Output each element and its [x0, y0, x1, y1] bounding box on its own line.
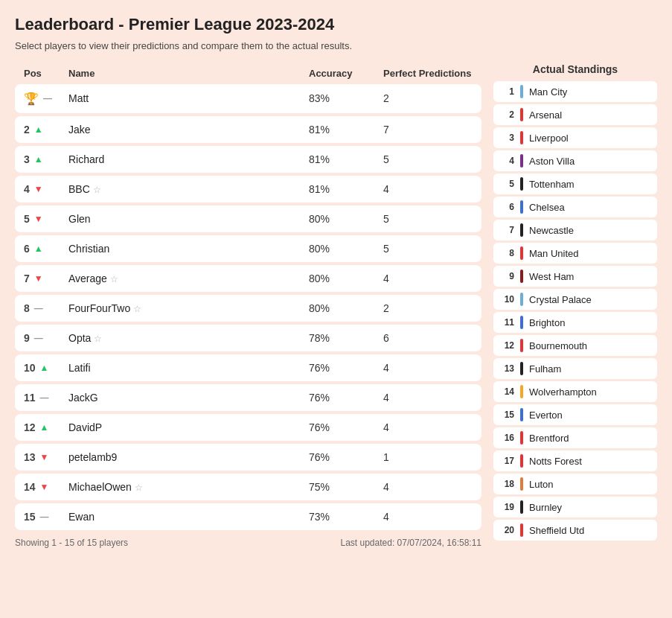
perfect-value: 4 [383, 183, 473, 195]
team-color-bar [520, 131, 523, 144]
trend-arrow: — [34, 303, 43, 313]
team-name: Fulham [529, 363, 561, 375]
player-name: Ewan [68, 511, 309, 523]
accuracy-value: 75% [309, 481, 383, 493]
standing-position: 5 [501, 179, 514, 189]
accuracy-value: 81% [309, 183, 383, 195]
player-name: petelamb9 [68, 451, 309, 463]
standing-position: 18 [501, 479, 514, 489]
standing-position: 8 [501, 248, 514, 258]
team-color-bar [520, 154, 523, 168]
standing-row: 1Man City [493, 81, 657, 102]
standings-title: Actual Standings [493, 63, 657, 75]
table-row[interactable]: 5▼Glen80%5 [15, 206, 481, 232]
team-color-bar [520, 408, 523, 421]
player-name: Glen [68, 213, 309, 225]
table-row[interactable]: 11—JackG76%4 [15, 384, 481, 411]
perfect-value: 6 [383, 332, 473, 344]
standing-position: 3 [501, 133, 514, 143]
table-row[interactable]: 9—Opta☆78%6 [15, 325, 481, 351]
standing-row: 7Newcastle [493, 220, 657, 240]
col-pos: Pos [24, 68, 68, 80]
subtitle: Select players to view their predictions… [15, 40, 657, 51]
standing-position: 4 [501, 156, 514, 166]
player-name: MichaelOwen☆ [68, 481, 309, 493]
team-name: Everton [529, 410, 563, 421]
trend-arrow: ▼ [34, 273, 43, 284]
pos-number: 12 [24, 421, 36, 433]
pos-number: 6 [24, 243, 30, 255]
team-name: Wolverhampton [529, 386, 597, 398]
player-name: Opta☆ [68, 332, 309, 344]
team-name: Man City [529, 86, 567, 98]
standing-position: 2 [501, 109, 514, 120]
player-name: FourFourTwo☆ [68, 302, 309, 314]
table-row[interactable]: 6▲Christian80%5 [15, 235, 481, 262]
table-row[interactable]: 3▲Richard81%5 [15, 146, 481, 173]
standing-row: 2Arsenal [493, 104, 657, 125]
standing-row: 18Luton [493, 474, 657, 494]
table-row[interactable]: 10▲Latifi76%4 [15, 354, 481, 381]
table-row[interactable]: 8—FourFourTwo☆80%2 [15, 295, 481, 322]
team-name: Liverpool [529, 133, 569, 144]
star-icon: ☆ [110, 274, 118, 284]
star-icon: ☆ [133, 304, 141, 314]
standing-position: 16 [501, 433, 514, 443]
player-name: Matt [68, 92, 309, 104]
table-row[interactable]: 7▼Average☆80%4 [15, 265, 481, 292]
table-row[interactable]: 12▲DavidP76%4 [15, 414, 481, 441]
updated-text: Last updated: 07/07/2024, 16:58:11 [341, 538, 482, 548]
team-color-bar [520, 200, 523, 214]
player-name: Christian [68, 243, 309, 255]
team-name: Man United [529, 248, 578, 259]
standing-row: 20Sheffield Utd [493, 520, 657, 541]
trend-arrow: ▼ [40, 482, 49, 492]
accuracy-value: 76% [309, 362, 383, 374]
standing-position: 9 [501, 271, 514, 281]
perfect-value: 5 [383, 213, 473, 225]
standing-position: 11 [501, 317, 514, 328]
accuracy-value: 78% [309, 332, 383, 344]
team-name: Aston Villa [529, 156, 575, 167]
standing-row: 10Crystal Palace [493, 289, 657, 310]
perfect-value: 5 [383, 153, 473, 165]
accuracy-value: 76% [309, 421, 383, 433]
trend-arrow: ▼ [34, 184, 43, 194]
standing-position: 10 [501, 294, 514, 305]
table-row[interactable]: 13▼petelamb976%1 [15, 444, 481, 471]
table-row[interactable]: 🏆—Matt83%2 [15, 84, 481, 113]
col-name: Name [68, 68, 309, 80]
trend-arrow: ▲ [34, 243, 43, 254]
accuracy-value: 80% [309, 213, 383, 225]
table-row[interactable]: 15—Ewan73%4 [15, 503, 481, 530]
standing-row: 5Tottenham [493, 173, 657, 194]
star-icon: ☆ [93, 185, 101, 195]
trend-arrow: — [40, 392, 49, 403]
standings-rows: 1Man City2Arsenal3Liverpool4Aston Villa5… [493, 81, 657, 541]
pos-number: 13 [24, 451, 36, 463]
player-name: Jake [68, 124, 309, 136]
table-row[interactable]: 14▼MichaelOwen☆75%4 [15, 474, 481, 500]
team-color-bar [520, 500, 523, 514]
perfect-value: 4 [383, 362, 473, 374]
page-title: Leaderboard - Premier League 2023-2024 [15, 15, 657, 34]
team-color-bar [520, 85, 523, 98]
pos-number: 7 [24, 273, 30, 284]
accuracy-value: 83% [309, 92, 383, 104]
team-name: Bournemouth [529, 340, 587, 351]
team-name: Chelsea [529, 202, 565, 213]
table-row[interactable]: 2▲Jake81%7 [15, 116, 481, 143]
perfect-value: 2 [383, 92, 473, 104]
standing-position: 6 [501, 202, 514, 212]
showing-text: Showing 1 - 15 of 15 players [15, 538, 128, 548]
pos-number: 14 [24, 481, 36, 493]
standing-position: 7 [501, 225, 514, 235]
perfect-value: 7 [383, 124, 473, 136]
trend-arrow: ▲ [40, 422, 49, 433]
pos-number: 3 [24, 153, 30, 165]
team-color-bar [520, 477, 523, 491]
table-row[interactable]: 4▼BBC☆81%4 [15, 176, 481, 203]
player-name: Latifi [68, 362, 309, 374]
team-color-bar [520, 362, 523, 375]
team-color-bar [520, 246, 523, 260]
